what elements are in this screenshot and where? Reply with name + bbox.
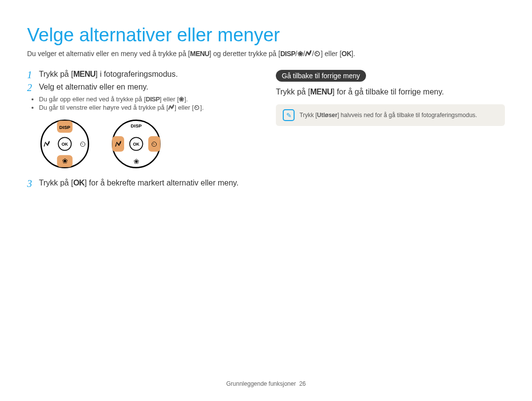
dials: DISP ❀ 🗲 ⏲ OK 🗲 <box>39 118 256 170</box>
ok-button-label: OK <box>73 179 85 187</box>
intro-part1: Du velger et alternativ eller en meny ve… <box>27 50 190 58</box>
menu-label: MENU <box>190 50 209 58</box>
left-column: 1 Trykk på [MENU] i fotograferingsmodus.… <box>27 70 256 191</box>
timer-icon-inline: ⏲ <box>194 104 200 111</box>
intro-text: Du velger et alternativ eller en meny ve… <box>27 50 505 58</box>
right-column: Gå tilbake til forrige meny Trykk på [ME… <box>276 70 505 191</box>
dial-vertical: DISP ❀ 🗲 ⏲ OK <box>39 118 91 170</box>
step-2: 2 Velg et alternativ eller en meny. <box>27 83 256 93</box>
macro-icon-inline: ❀ <box>179 95 184 103</box>
disp-label: DISP <box>280 50 296 58</box>
dial-horizontal: 🗲 ⏲ DISP ❀ OK <box>110 118 162 170</box>
step-3: 3 Trykk på [OK] for å bekrefte markert a… <box>27 179 256 188</box>
dial-timer-icon: ⏲ <box>79 140 86 148</box>
columns: 1 Trykk på [MENU] i fotograferingsmodus.… <box>27 70 505 191</box>
step-3-number: 3 <box>27 179 34 188</box>
timer-icon: ⏲ <box>314 50 321 58</box>
note-box: ✎ Trykk [Utløser] halvveis ned for å gå … <box>276 104 505 126</box>
step-2-text: Velg et alternativ eller en meny. <box>39 83 256 92</box>
bullet-1: Du går opp eller ned ved å trykke på [DI… <box>39 95 256 103</box>
dial2-flash-icon: 🗲 <box>115 140 122 148</box>
step-2-number: 2 <box>27 83 34 93</box>
shutter-label: Utløser <box>317 112 337 119</box>
intro-part3: ] eller [ <box>321 50 341 58</box>
footer-text: Grunnleggende funksjoner <box>226 380 296 387</box>
disp-label-inline: DISP <box>146 95 160 103</box>
bullet-2: Du går til venstre eller høyre ved å try… <box>39 104 256 111</box>
note-icon: ✎ <box>283 109 295 121</box>
menu-button-label: MENU <box>73 70 96 78</box>
note-text: Trykk [Utløser] halvveis ned for å gå ti… <box>299 112 477 119</box>
back-instruction: Trykk på [MENU] for å gå tilbake til for… <box>276 88 505 96</box>
step-1-number: 1 <box>27 70 34 80</box>
back-heading-pill: Gå tilbake til forrige meny <box>276 70 366 82</box>
ok-label: OK <box>341 50 351 58</box>
flash-icon-inline: 🗲 <box>168 104 174 111</box>
macro-icon: ❀ <box>298 50 303 58</box>
step-1: 1 Trykk på [MENU] i fotograferingsmodus. <box>27 70 256 80</box>
dial-ok-label: OK <box>62 142 68 147</box>
menu-button-label-right: MENU <box>310 88 332 96</box>
dial2-ok-label: OK <box>133 142 140 147</box>
flash-icon: 🗲 <box>305 50 312 58</box>
dial-flash-icon: 🗲 <box>43 140 50 148</box>
page: Velge alternativer eller menyer Du velge… <box>0 0 532 401</box>
step-2-bullets: Du går opp eller ned ved å trykke på [DI… <box>39 95 256 111</box>
dial2-macro-icon: ❀ <box>133 157 139 165</box>
dial2-disp-label: DISP <box>131 123 142 128</box>
intro-part4: ]. <box>351 50 355 58</box>
dial-disp-label: DISP <box>59 124 70 130</box>
footer: Grunnleggende funksjoner 26 <box>0 380 532 387</box>
page-number: 26 <box>299 380 305 387</box>
intro-part2: ] og deretter trykke på [ <box>209 50 280 58</box>
dial-macro-icon: ❀ <box>62 157 68 165</box>
page-title: Velge alternativer eller menyer <box>27 25 505 46</box>
dial2-timer-icon: ⏲ <box>151 140 158 148</box>
